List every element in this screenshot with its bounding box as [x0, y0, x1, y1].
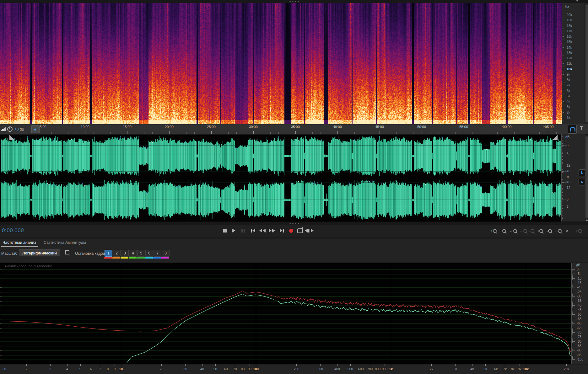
skip-selection-button[interactable] — [305, 227, 313, 235]
panel-grip-icon[interactable] — [289, 223, 299, 224]
panel-menu-icon[interactable]: ≡ — [32, 240, 34, 245]
amplitude-axis-tick — [562, 220, 563, 220]
timeline-tick — [354, 132, 355, 134]
zoom-to-selection-button[interactable]: ‹› — [555, 227, 562, 235]
monitor-button[interactable] — [568, 125, 577, 134]
plot-left-tick — [0, 297, 2, 297]
plot-db-tick — [572, 275, 573, 276]
pause-button[interactable] — [239, 227, 247, 235]
freq-axis-tick — [563, 77, 564, 77]
right-channel-button[interactable]: R — [579, 179, 586, 185]
pin-icon[interactable] — [579, 125, 584, 132]
zoom-in-point-button[interactable]: ‹ — [538, 227, 543, 235]
frame-hold-button-1[interactable]: 1 — [105, 250, 112, 257]
vertical-scrollbar[interactable] — [585, 3, 588, 222]
amplitude-axis-tick — [562, 165, 563, 165]
play-button[interactable] — [229, 227, 238, 235]
scale-dropdown[interactable]: Логарифмический — [19, 249, 60, 257]
tab-frequency-analysis[interactable]: Частотный анализ — [3, 240, 36, 245]
scrollbar-thumb[interactable] — [585, 136, 588, 218]
amplitude-axis-tick — [562, 175, 563, 175]
plot-freq-label: 9 — [114, 367, 116, 371]
clock-icon[interactable] — [7, 126, 13, 132]
timeline-tick — [523, 132, 523, 134]
timecode-display[interactable]: 0:00.000 — [2, 227, 24, 234]
plot-freq-label: 10k — [523, 367, 529, 371]
frequency-plot: Анализированое выделение — [0, 263, 571, 364]
plot-left-tick — [0, 287, 2, 288]
timeline-tick — [346, 132, 346, 134]
amplitude-axis-label: -3 — [565, 143, 569, 147]
restore-zoom-button[interactable]: ↺ — [566, 227, 569, 235]
fade-in-handle[interactable] — [9, 135, 14, 140]
frame-hold-button-4[interactable]: 4 — [129, 250, 137, 257]
level-meter-icon[interactable] — [1, 127, 6, 131]
plot-db-tick — [572, 300, 573, 300]
timeline-tick — [178, 132, 178, 134]
zoom-out-horizontal-button[interactable]: ↔ — [520, 227, 527, 235]
go-to-end-button[interactable] — [278, 227, 286, 235]
ruler-controls: +0dB — [0, 124, 40, 134]
plot-left-tick — [0, 333, 2, 333]
plot-db-tick — [572, 357, 573, 358]
gain-indicator[interactable]: +0dB — [14, 127, 24, 131]
panel-grip-icon[interactable] — [289, 1, 299, 2]
record-button[interactable] — [287, 227, 295, 235]
plot-freq-tick — [256, 364, 256, 367]
fade-out-handle[interactable] — [553, 135, 558, 140]
plot-freq-label: 7k — [503, 367, 507, 371]
plot-freq-tick — [361, 364, 361, 366]
panel-menu-chevron-icon[interactable]: ▾ — [576, 0, 578, 3]
timeline-ruler[interactable]: 5:0010:0015:0020:0025:0030:0035:0040:004… — [0, 124, 588, 135]
rewind-button[interactable] — [258, 227, 267, 235]
plot-db-tick — [572, 343, 573, 343]
frame-hold-button-8[interactable]: 8 — [162, 250, 170, 257]
plot-db-tick — [572, 330, 573, 331]
plot-db-label: -55 — [577, 317, 581, 321]
magnifier-icon — [558, 229, 562, 233]
scrollbar-arrow-icon[interactable] — [585, 219, 588, 221]
timeline-tick — [430, 132, 430, 134]
amplitude-axis-tick — [562, 138, 563, 138]
fast-forward-button[interactable] — [268, 227, 276, 235]
plot-db-tick — [572, 286, 573, 287]
zoom-out-point-button[interactable]: › — [547, 227, 552, 235]
freq-axis-tick — [563, 115, 564, 115]
zoom-reset-button[interactable]: ▫ — [529, 227, 534, 235]
zoom-in-horizontal-button[interactable]: ↔ — [510, 227, 517, 235]
amplitude-axis-label: -6 — [565, 152, 569, 156]
pin-playhead-button[interactable] — [31, 125, 40, 133]
zoom-out-vertical-button[interactable]: ↕ — [500, 227, 506, 235]
tab-amplitude-statistics[interactable]: Статистика Амплитуды — [44, 240, 86, 245]
spectrogram-display[interactable] — [0, 3, 562, 124]
loop-playback-button[interactable] — [296, 227, 304, 235]
amplitude-axis-tick — [562, 167, 563, 167]
plot-freq-tick — [513, 364, 513, 366]
plot-freq-label: 6 — [90, 367, 92, 371]
scrollbar-thumb[interactable] — [585, 4, 588, 122]
frame-hold-button-7[interactable]: 7 — [154, 250, 161, 257]
zoom-full-button[interactable]: ↕ — [576, 227, 582, 235]
magnifier-icon — [493, 229, 497, 233]
waveform-display[interactable] — [0, 135, 561, 222]
frame-hold-button-5[interactable]: 5 — [137, 250, 145, 257]
 — [310, 229, 310, 232]
amplitude-axis-tick — [562, 151, 563, 151]
left-channel-button[interactable]: L — [579, 169, 586, 176]
plot-freq-label: 5k — [483, 367, 487, 371]
frame-hold-button-3[interactable]: 3 — [121, 250, 129, 257]
timeline-tick — [371, 132, 371, 134]
amplitude-axis-tick — [562, 171, 564, 172]
frame-hold-button-2[interactable]: 2 — [113, 250, 121, 257]
timeline-tick — [211, 131, 212, 134]
timeline-tick — [337, 131, 338, 134]
stop-button[interactable] — [221, 227, 229, 235]
go-to-start-button[interactable] — [249, 227, 257, 235]
plot-db-tick — [572, 305, 575, 306]
freq-axis-tick — [563, 50, 564, 50]
frame-hold-button-6[interactable]: 6 — [145, 250, 153, 257]
amplitude-axis: dB -3-6-12-18-∞-18-12-6-3 L R — [561, 134, 585, 222]
plot-db-label: -30 — [577, 294, 581, 298]
copy-graph-icon[interactable] — [65, 250, 69, 254]
zoom-in-vertical-button[interactable]: ↕ — [491, 227, 497, 235]
